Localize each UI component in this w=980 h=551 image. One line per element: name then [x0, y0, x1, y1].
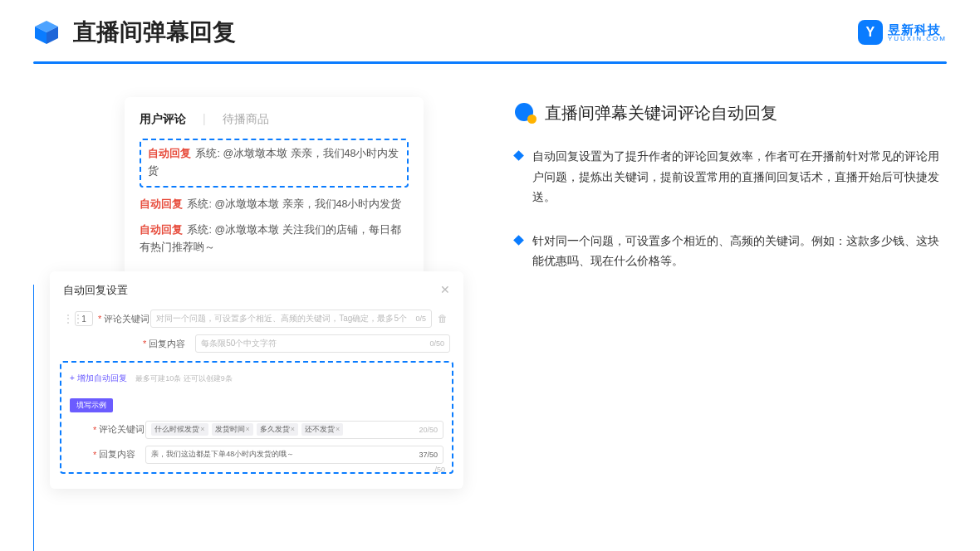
auto-reply-tag: 自动回复 — [140, 224, 183, 236]
required-star: * — [98, 314, 101, 324]
section-head: 直播间弹幕关键词评论自动回复 — [515, 102, 947, 124]
content-input[interactable]: 每条限50个中文字符 0/50 — [195, 334, 450, 353]
keyword-input[interactable]: 对同一个问题，可设置多个相近、高频的关键词，Tag确定，最多5个 0/5 — [150, 310, 432, 328]
section-title: 直播间弹幕关键词评论自动回复 — [545, 102, 777, 124]
comment-card: 用户评论 | 待播商品 自动回复 系统: @冰墩墩本墩 亲亲，我们48小时内发货… — [125, 97, 424, 285]
keyword-row: ⋮⋮ 1 * 评论关键词 对同一个问题，可设置多个相近、高频的关键词，Tag确定… — [63, 310, 450, 328]
keyword-tag[interactable]: 什么时候发货× — [151, 423, 208, 436]
auto-reply-tag: 自动回复 — [140, 198, 183, 210]
example-block: +增加自动回复 最多可建10条 还可以创建9条 填写示例 * 评论关键词 什么时… — [60, 361, 453, 474]
required-star: * — [93, 425, 96, 435]
settings-card: 自动回复设置 ✕ ⋮⋮ 1 * 评论关键词 对同一个问题，可设置多个相近、高频的… — [50, 271, 463, 489]
tab-pending-products[interactable]: 待播商品 — [223, 112, 269, 127]
page-header: 直播间弹幕回复 Y 昱新科技 YUUXIN.COM — [0, 0, 980, 56]
bubble-icon — [515, 103, 537, 124]
close-icon[interactable]: ✕ — [440, 283, 450, 296]
ex-tag-count: 20/50 — [419, 426, 438, 434]
drag-handle-icon[interactable]: ⋮⋮ — [63, 313, 73, 324]
brand-logo: Y 昱新科技 YUUXIN.COM — [858, 20, 947, 45]
highlighted-comment: 自动回复 系统: @冰墩墩本墩 亲亲，我们48小时内发货 — [140, 139, 409, 188]
connector-line — [33, 285, 34, 551]
delete-icon[interactable]: 🗑 — [435, 313, 450, 324]
example-badge: 填写示例 — [70, 398, 113, 412]
auto-reply-tag: 自动回复 — [148, 148, 191, 159]
settings-title: 自动回复设置 ✕ — [63, 283, 450, 298]
add-hint: 最多可建10条 还可以创建9条 — [135, 374, 233, 383]
comment-line: 自动回复 系统: @冰墩墩本墩 关注我们的店铺，每日都有热门推荐哟～ — [140, 222, 409, 257]
ex-content-row: * 回复内容 亲，我们这边都是下单48小时内发货的哦～ 37/50 — [70, 446, 443, 464]
page-title: 直播间弹幕回复 — [73, 17, 236, 48]
keyword-count: 0/5 — [415, 315, 426, 323]
ex-keyword-input[interactable]: 什么时候发货× 发货时间× 多久发货× 还不发货× 20/50 — [145, 421, 443, 439]
keyword-tag[interactable]: 还不发货× — [301, 423, 343, 436]
keyword-tag[interactable]: 多久发货× — [257, 423, 298, 436]
keyword-label: 评论关键词 — [104, 313, 150, 325]
comment-line: 自动回复 系统: @冰墩墩本墩 亲亲，我们48小时内发货 — [140, 196, 409, 213]
ex-keyword-row: * 评论关键词 什么时候发货× 发货时间× 多久发货× 还不发货× 20/50 — [70, 421, 443, 439]
left-panel: 用户评论 | 待播商品 自动回复 系统: @冰墩墩本墩 亲亲，我们48小时内发货… — [33, 97, 465, 551]
outer-count: /50 — [434, 466, 445, 474]
content-placeholder: 每条限50个中文字符 — [201, 338, 429, 349]
comment-text: 系统: @冰墩墩本墩 亲亲，我们48小时内发货 — [187, 198, 401, 210]
tab-divider: | — [203, 112, 206, 127]
content-label: 回复内容 — [149, 338, 195, 350]
item-index: 1 — [75, 311, 93, 326]
cube-icon — [33, 19, 60, 46]
bullet-item: 自动回复设置为了提升作者的评论回复效率，作者可在开播前针对常见的评论用户问题，提… — [515, 146, 947, 207]
diamond-icon — [513, 235, 524, 246]
ex-content-input[interactable]: 亲，我们这边都是下单48小时内发货的哦～ 37/50 — [145, 446, 443, 464]
logo-text: 昱新科技 — [888, 23, 947, 36]
bullet-text: 自动回复设置为了提升作者的评论回复效率，作者可在开播前针对常见的评论用户问题，提… — [532, 146, 947, 207]
tab-user-comments[interactable]: 用户评论 — [140, 112, 186, 127]
content-row: * 回复内容 每条限50个中文字符 0/50 — [63, 334, 450, 353]
logo-sub: YUUXIN.COM — [888, 36, 947, 42]
keyword-tag[interactable]: 发货时间× — [212, 423, 253, 436]
ex-content-count: 37/50 — [419, 451, 438, 459]
required-star: * — [143, 339, 146, 349]
ex-content-label: 回复内容 — [99, 448, 145, 461]
bullet-item: 针对同一个问题，可设置多个相近的、高频的关键词。例如：这款多少钱、这块能优惠吗、… — [515, 231, 947, 271]
required-star: * — [93, 450, 96, 460]
diamond-icon — [513, 150, 524, 161]
logo-mark: Y — [858, 20, 883, 45]
content-count: 0/50 — [429, 339, 444, 348]
right-panel: 直播间弹幕关键词评论自动回复 自动回复设置为了提升作者的评论回复效率，作者可在开… — [465, 97, 947, 551]
bullet-text: 针对同一个问题，可设置多个相近的、高频的关键词。例如：这款多少钱、这块能优惠吗、… — [532, 231, 947, 271]
ex-content-text: 亲，我们这边都是下单48小时内发货的哦～ — [151, 449, 294, 460]
ex-keyword-label: 评论关键词 — [99, 423, 145, 436]
add-auto-reply-link[interactable]: +增加自动回复 — [70, 373, 127, 384]
bullet-list: 自动回复设置为了提升作者的评论回复效率，作者可在开播前针对常见的评论用户问题，提… — [515, 146, 947, 271]
comment-tabs: 用户评论 | 待播商品 — [140, 112, 409, 127]
keyword-placeholder: 对同一个问题，可设置多个相近、高频的关键词，Tag确定，最多5个 — [156, 313, 415, 324]
